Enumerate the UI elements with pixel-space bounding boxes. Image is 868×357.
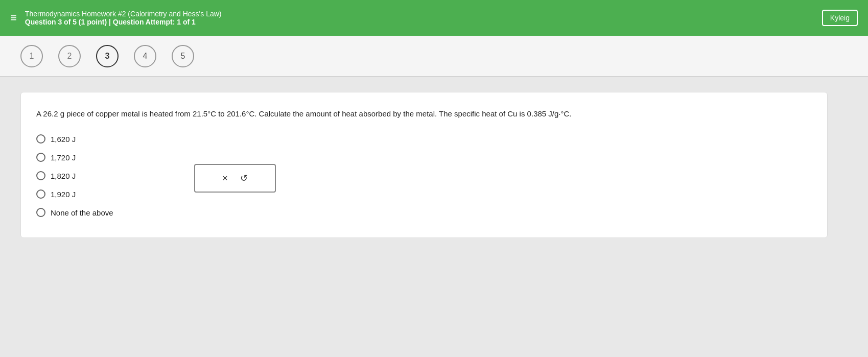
- user-label[interactable]: Kyleig: [822, 10, 858, 26]
- question-nav: 1 2 3 4 5: [0, 36, 868, 77]
- main-content: A 26.2 g piece of copper metal is heated…: [0, 77, 868, 357]
- option-1[interactable]: 1,620 J: [36, 134, 113, 144]
- nav-item-1[interactable]: 1: [20, 45, 43, 67]
- question-card: A 26.2 g piece of copper metal is heated…: [20, 92, 828, 238]
- radio-5[interactable]: [36, 208, 45, 217]
- header-text: Thermodynamics Homework #2 (Calorimetry …: [25, 10, 222, 26]
- answer-box: × ↺: [194, 164, 276, 193]
- radio-3[interactable]: [36, 171, 45, 180]
- header-left: ≡ Thermodynamics Homework #2 (Calorimetr…: [10, 10, 222, 26]
- answer-box-redo-icon[interactable]: ↺: [240, 173, 248, 184]
- option-3-label: 1,820 J: [51, 172, 76, 180]
- option-2[interactable]: 1,720 J: [36, 153, 113, 162]
- radio-4[interactable]: [36, 189, 45, 199]
- answer-box-x-icon[interactable]: ×: [222, 173, 228, 184]
- option-5[interactable]: None of the above: [36, 208, 113, 217]
- option-3[interactable]: 1,820 J: [36, 171, 113, 180]
- header-title: Thermodynamics Homework #2 (Calorimetry …: [25, 10, 222, 18]
- header-subtitle: Question 3 of 5 (1 point) | Question Att…: [25, 18, 222, 26]
- nav-item-2[interactable]: 2: [58, 45, 81, 67]
- radio-1[interactable]: [36, 134, 45, 144]
- option-5-label: None of the above: [51, 208, 113, 217]
- option-2-label: 1,720 J: [51, 153, 76, 162]
- options-list: 1,620 J × ↺ 1,720 J 1,820 J 1,920 J: [36, 134, 113, 217]
- nav-item-4[interactable]: 4: [134, 45, 156, 67]
- hamburger-icon[interactable]: ≡: [10, 11, 17, 25]
- nav-item-3[interactable]: 3: [96, 45, 119, 67]
- option-1-label: 1,620 J: [51, 135, 76, 144]
- option-4-label: 1,920 J: [51, 190, 76, 199]
- nav-item-5[interactable]: 5: [172, 45, 194, 67]
- option-4[interactable]: 1,920 J: [36, 189, 113, 199]
- answer-area: 1,620 J × ↺ 1,720 J 1,820 J 1,920 J: [36, 134, 812, 217]
- radio-2[interactable]: [36, 153, 45, 162]
- question-text: A 26.2 g piece of copper metal is heated…: [36, 108, 812, 120]
- header: ≡ Thermodynamics Homework #2 (Calorimetr…: [0, 0, 868, 36]
